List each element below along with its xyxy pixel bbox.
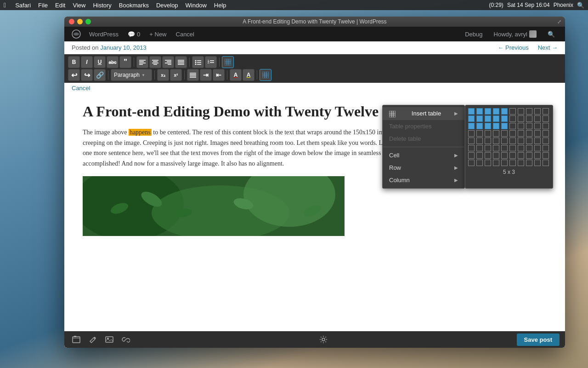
align-center-button[interactable]	[149, 56, 161, 68]
grid-cell[interactable]	[493, 123, 499, 129]
grid-cell[interactable]	[543, 108, 549, 115]
wp-cancel[interactable]: Cancel	[171, 27, 199, 41]
grid-cell[interactable]	[476, 145, 483, 151]
menubar-history[interactable]: History	[89, 0, 115, 10]
grid-cell[interactable]	[518, 108, 524, 115]
grid-cell[interactable]	[501, 108, 508, 115]
pencil-button[interactable]	[86, 333, 99, 346]
table-properties-menu-item[interactable]: Table properties	[383, 120, 464, 132]
align-right-button[interactable]	[162, 56, 174, 68]
grid-cell[interactable]	[468, 152, 475, 159]
wp-site-name[interactable]: WordPress	[85, 27, 123, 41]
align-full-button[interactable]	[187, 69, 199, 81]
grid-cell[interactable]	[501, 145, 508, 151]
expand-icon[interactable]: ⤢	[557, 19, 561, 25]
wp-comments[interactable]: 💬 0	[123, 27, 145, 41]
delete-table-menu-item[interactable]: Delete table	[383, 132, 464, 145]
grid-cell[interactable]	[526, 152, 532, 159]
grid-cell[interactable]	[485, 123, 491, 129]
blockquote-button[interactable]: "	[119, 56, 131, 68]
insert-link-button[interactable]	[119, 333, 132, 346]
link-button[interactable]: 🔗	[94, 69, 106, 81]
save-post-button[interactable]: Save post	[517, 334, 560, 346]
grid-cell[interactable]	[518, 152, 524, 159]
grid-cell[interactable]	[543, 130, 549, 137]
bold-button[interactable]: B	[68, 56, 80, 68]
grid-cell[interactable]	[518, 115, 524, 122]
bg-color-button[interactable]: A	[243, 69, 254, 81]
grid-cell[interactable]	[476, 152, 483, 159]
grid-cell[interactable]	[526, 160, 532, 166]
grid-cell[interactable]	[501, 152, 508, 159]
grid-cell[interactable]	[501, 115, 508, 122]
undo-button[interactable]: ↩	[68, 69, 80, 81]
grid-cell[interactable]	[518, 145, 524, 151]
grid-cell[interactable]	[476, 123, 483, 129]
grid-cell[interactable]	[468, 130, 475, 137]
grid-cell[interactable]	[509, 108, 516, 115]
wp-search[interactable]: 🔍	[543, 27, 560, 41]
grid-cell[interactable]	[493, 160, 499, 166]
post-date-link[interactable]: January 10, 2013	[100, 44, 146, 51]
grid-cell[interactable]	[501, 160, 508, 166]
grid-cell[interactable]	[518, 130, 524, 137]
underline-button[interactable]: U	[94, 56, 106, 68]
cell-menu-item[interactable]: Cell ▶	[383, 149, 464, 161]
grid-cell[interactable]	[526, 130, 532, 137]
cancel-link[interactable]: Cancel	[72, 85, 90, 92]
align-left-button[interactable]	[136, 56, 148, 68]
grid-cell[interactable]	[468, 145, 475, 151]
grid-cell[interactable]	[493, 115, 499, 122]
grid-cell[interactable]	[518, 123, 524, 129]
outdent-button[interactable]: ⇤	[213, 69, 225, 81]
grid-cell[interactable]	[485, 138, 491, 144]
grid-cell[interactable]	[501, 130, 508, 137]
grid-cell[interactable]	[476, 130, 483, 137]
grid-cell[interactable]	[476, 160, 483, 166]
grid-cell[interactable]	[534, 123, 541, 129]
menubar-develop[interactable]: Develop	[153, 0, 182, 10]
subscript-button[interactable]: x₂	[157, 69, 169, 81]
row-menu-item[interactable]: Row ▶	[383, 161, 464, 174]
grid-cell[interactable]	[518, 138, 524, 144]
format-select[interactable]: Paragraph	[111, 69, 152, 81]
menubar-bookmarks[interactable]: Bookmarks	[115, 0, 153, 10]
justify-button[interactable]	[175, 56, 187, 68]
grid-cell[interactable]	[476, 115, 483, 122]
grid-cell[interactable]	[543, 160, 549, 166]
grid-cell[interactable]	[543, 138, 549, 144]
grid-cell[interactable]	[509, 145, 516, 151]
table-menu-button[interactable]	[260, 69, 271, 81]
grid-cell[interactable]	[534, 152, 541, 159]
menubar-window[interactable]: Window	[182, 0, 210, 10]
strikethrough-button[interactable]: abc	[107, 56, 119, 68]
grid-cell[interactable]	[468, 160, 475, 166]
grid-cell[interactable]	[543, 145, 549, 151]
grid-cell[interactable]	[534, 108, 541, 115]
redo-button[interactable]: ↪	[81, 69, 93, 81]
grid-cell[interactable]	[509, 152, 516, 159]
grid-cell[interactable]	[526, 123, 532, 129]
grid-cell[interactable]	[485, 108, 491, 115]
ordered-list-button[interactable]: 1.2.	[205, 56, 217, 68]
grid-cell[interactable]	[534, 130, 541, 137]
grid-cell[interactable]	[501, 123, 508, 129]
grid-cell[interactable]	[485, 145, 491, 151]
grid-cell[interactable]	[526, 108, 532, 115]
insert-image-button[interactable]	[103, 333, 116, 346]
grid-cell[interactable]	[534, 138, 541, 144]
close-button[interactable]	[69, 19, 74, 24]
grid-cell[interactable]	[518, 160, 524, 166]
next-post-link[interactable]: Next →	[538, 44, 558, 51]
wp-logo[interactable]	[70, 28, 83, 40]
grid-cell[interactable]	[468, 123, 475, 129]
grid-cell[interactable]	[526, 138, 532, 144]
minimize-button[interactable]	[77, 19, 83, 24]
grid-cell[interactable]	[543, 152, 549, 159]
grid-cell[interactable]	[543, 115, 549, 122]
maximize-button[interactable]	[85, 19, 91, 24]
grid-cell[interactable]	[509, 130, 516, 137]
apple-menu[interactable]: 	[4, 1, 6, 9]
wp-debug[interactable]: Debug	[460, 27, 487, 41]
wp-howdy[interactable]: Howdy, avryl	[489, 27, 541, 41]
